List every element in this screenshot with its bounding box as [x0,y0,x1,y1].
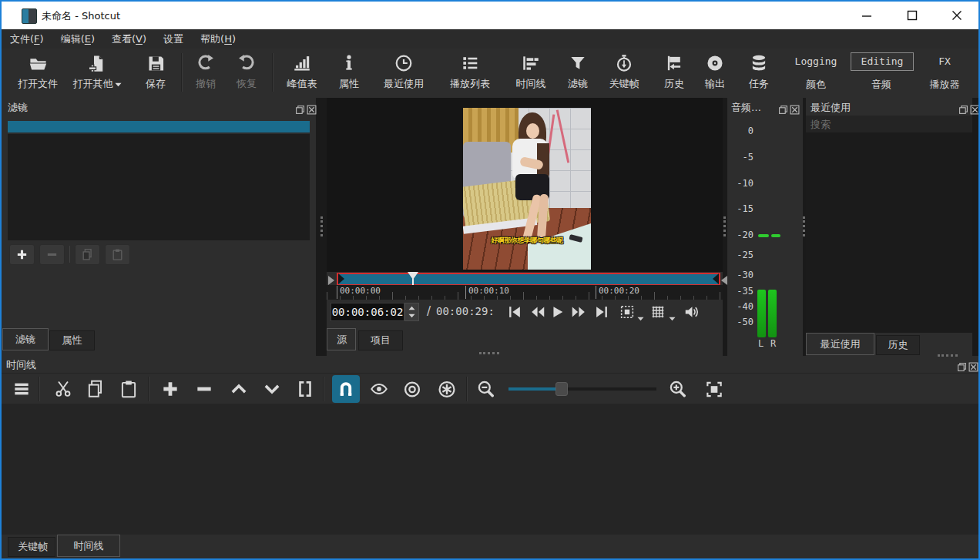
layout-color-button[interactable]: 颜色 [793,76,839,93]
zoom-slider-track[interactable] [508,387,656,391]
play-button[interactable] [548,303,566,321]
append-button[interactable] [160,379,180,399]
layout-fx-button[interactable]: FX [929,53,960,70]
overwrite-button[interactable] [262,379,282,399]
lift-button[interactable] [229,379,249,399]
layout-logging-button[interactable]: Logging [788,53,844,70]
zoom-out-button[interactable] [476,379,496,399]
copy-filters-button[interactable] [75,244,100,265]
in-out-button[interactable] [618,303,636,321]
ripple-button[interactable] [402,379,422,399]
filters-button[interactable]: 滤镜 [559,50,597,95]
history-icon [655,53,693,76]
recent-button[interactable]: 最近使用 [376,50,431,95]
tab-history[interactable]: 历史 [876,335,920,355]
playhead-grip[interactable] [408,272,418,285]
splitter-handle[interactable] [479,352,499,354]
splitter-handle[interactable] [723,216,726,236]
trim-out-marker[interactable] [717,276,727,285]
menu-help[interactable]: 帮助(H) [192,29,244,49]
zoom-slider-handle[interactable] [555,382,568,396]
time-ruler[interactable]: 00:00:00 00:00:10 00:00:20 [327,285,723,300]
split-button[interactable] [295,379,315,399]
open-other-button[interactable]: 打开其他 [63,50,131,95]
float-panel-icon[interactable] [957,359,967,369]
paste-button[interactable] [119,379,139,399]
tab-project[interactable]: 项目 [358,330,403,350]
undo-button[interactable]: 撤销 [185,50,227,95]
close-panel-icon[interactable] [970,102,980,112]
tab-recent[interactable]: 最近使用 [806,333,874,355]
splitter-handle[interactable] [321,216,323,236]
rewind-button[interactable] [529,303,547,321]
history-button[interactable]: 历史 [655,50,693,95]
audio-panel-title: 音频… [731,101,761,115]
close-panel-icon[interactable] [790,102,800,112]
redo-button[interactable]: 恢复 [226,50,267,95]
minimize-button[interactable] [849,2,884,29]
layout-player-button[interactable]: 播放器 [915,76,974,93]
filter-selected-row[interactable] [8,121,310,132]
keyframes-button[interactable]: 关键帧 [600,50,648,95]
menu-view[interactable]: 查看(V) [103,29,155,49]
open-file-button[interactable]: 打开文件 [8,50,67,95]
layout-audio-button[interactable]: 音频 [858,76,904,93]
properties-button[interactable]: 属性 [330,50,368,95]
current-timecode-field[interactable]: 00:00:06:02 [331,303,404,321]
zoom-in-button[interactable] [668,379,688,399]
skip-end-button[interactable] [592,303,611,321]
title-bar[interactable]: 未命名 - Shotcut [2,2,978,29]
fast-forward-button[interactable] [569,303,588,321]
video-preview: 好啊那你想学哪句哪些呢 [463,108,591,270]
scrub-while-dragging-button[interactable] [369,379,389,399]
chevron-down-icon[interactable] [637,310,644,325]
playlist-button[interactable]: 播放列表 [442,50,498,95]
zoom-slider-fill [508,387,558,391]
splitter-handle[interactable] [938,354,958,357]
timecode-spinner[interactable] [404,303,419,321]
tab-filters[interactable]: 滤镜 [2,328,49,350]
layout-editing-button[interactable]: Editing [851,52,914,71]
search-input[interactable] [806,116,972,132]
menu-settings[interactable]: 设置 [155,29,192,49]
recent-list[interactable] [806,132,972,333]
close-panel-icon[interactable] [968,359,978,369]
copy-button[interactable] [86,379,106,399]
float-panel-icon[interactable] [295,102,305,112]
tab-keyframes[interactable]: 关键帧 [8,537,55,557]
timeline-menu-button[interactable] [12,379,32,399]
scrub-bar[interactable] [337,273,720,286]
float-panel-icon[interactable] [778,102,788,112]
close-button[interactable] [939,2,975,29]
snap-toggle-button[interactable] [332,375,360,403]
splitter-handle[interactable] [803,216,805,236]
add-filter-button[interactable] [9,244,35,265]
volume-button[interactable] [683,303,701,321]
export-button[interactable]: 输出 [698,50,732,95]
timeline-tracks-area[interactable] [2,404,978,535]
filter-list[interactable] [8,134,310,240]
ripple-delete-button[interactable] [194,379,214,399]
skip-start-button[interactable] [505,303,524,321]
chevron-down-icon[interactable] [669,310,676,325]
remove-filter-button[interactable] [39,244,65,265]
recent-panel-title: 最近使用 [811,101,851,115]
tab-source[interactable]: 源 [327,328,356,350]
grid-button[interactable] [649,303,667,321]
maximize-button[interactable] [894,2,930,29]
zoom-fit-button[interactable] [704,379,724,399]
close-panel-icon[interactable] [307,102,317,112]
timeline-button[interactable]: 时间线 [507,50,555,95]
tab-timeline[interactable]: 时间线 [57,535,120,557]
menu-edit[interactable]: 编辑(E) [52,29,103,49]
menu-file[interactable]: 文件(F) [2,29,52,49]
peak-meter-button[interactable]: 峰值表 [277,50,327,95]
cut-button[interactable] [53,379,73,399]
paste-filters-button[interactable] [105,244,130,265]
jobs-button[interactable]: 任务 [742,50,776,95]
channel-label-left: L [758,338,764,349]
tab-properties[interactable]: 属性 [49,330,95,350]
ripple-all-tracks-button[interactable] [437,379,457,399]
save-button[interactable]: 保存 [136,50,175,95]
float-panel-icon[interactable] [958,102,968,112]
